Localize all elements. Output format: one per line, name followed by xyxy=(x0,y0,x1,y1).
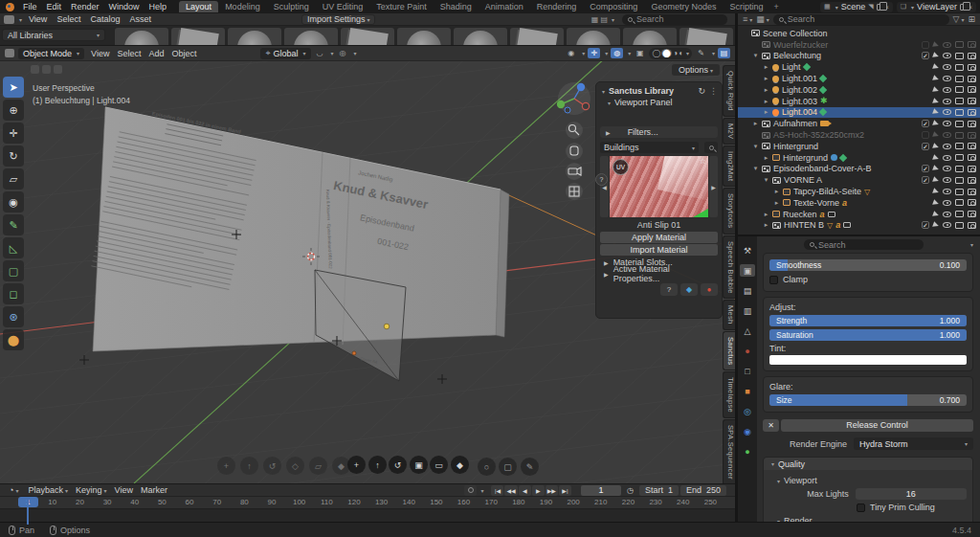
outliner-row-scene-collection[interactable]: Scene Collection xyxy=(738,28,980,39)
exclude-checkbox[interactable]: ✓ xyxy=(922,176,929,184)
expand-toggle[interactable]: ▸ xyxy=(763,75,769,82)
cancel-x-button[interactable]: ✕ xyxy=(763,419,779,432)
hide-viewport-icon[interactable] xyxy=(955,177,964,184)
menu-file[interactable]: File xyxy=(18,2,42,11)
asset-thumbnail[interactable] xyxy=(171,28,225,46)
menu-edit[interactable]: Edit xyxy=(42,2,67,11)
new-collection-icon[interactable]: ⊞ xyxy=(968,14,975,24)
tool-transform[interactable]: ◉ xyxy=(3,191,24,213)
viewport-subpanel-header[interactable]: ▾Viewport xyxy=(769,476,967,485)
tool-scale[interactable]: ▱ xyxy=(3,168,24,190)
timeline-menu-view[interactable]: View xyxy=(111,485,137,495)
add-workspace-button[interactable]: + xyxy=(769,2,782,11)
asset-thumbnail[interactable] xyxy=(115,28,168,46)
hide-viewport-icon[interactable] xyxy=(955,109,964,116)
hide-eye-icon[interactable] xyxy=(943,132,951,138)
hide-viewport-icon[interactable] xyxy=(955,143,964,149)
prev-material-arrow[interactable]: ◀ xyxy=(600,156,609,217)
timeline-menu-playback[interactable]: Playback▾ xyxy=(24,485,72,495)
hide-viewport-icon[interactable] xyxy=(955,222,964,229)
hide-viewport-icon[interactable] xyxy=(955,199,964,206)
outliner-row-hinten-b[interactable]: ▸HINTEN B▽a✓ xyxy=(738,220,980,232)
shading-solid-icon[interactable]: ⬤ xyxy=(661,49,672,57)
asset-thumbnail[interactable] xyxy=(284,28,338,46)
outliner-row-hintergrund[interactable]: ▾Hintergrund✓ xyxy=(738,141,980,152)
shading-rendered-icon[interactable]: ◐ xyxy=(679,49,683,57)
nav-float-button[interactable]: ▱ xyxy=(309,457,327,475)
hide-viewport-icon[interactable] xyxy=(955,132,964,139)
nav-float-button[interactable]: ↑ xyxy=(368,456,387,474)
workspace-tab-texture-paint[interactable]: Texture Paint xyxy=(369,1,434,12)
overlays-toggle-icon[interactable]: ◍ xyxy=(611,48,623,58)
expand-toggle[interactable]: ▸ xyxy=(763,98,769,105)
exclude-checkbox[interactable]: ✓ xyxy=(922,143,929,150)
viewport-menu-select[interactable]: Select xyxy=(113,49,145,58)
outliner-row-as-hoch-352x250cmx2[interactable]: AS-Hoch-352x250cmx2 xyxy=(738,129,980,141)
outliner-row-tapcy-bilda-seite[interactable]: ▸Tapcy-BildA-Seite▽ xyxy=(738,186,980,197)
workspace-tab-uv-editing[interactable]: UV Editing xyxy=(316,1,370,12)
hide-eye-icon[interactable] xyxy=(943,200,951,206)
asset-menu-view[interactable]: View xyxy=(24,14,52,24)
exclude-checkbox[interactable]: ✓ xyxy=(922,165,929,172)
annotate-icon[interactable]: ✎ xyxy=(695,48,707,58)
sidebar-tab-mesh[interactable]: Mesh xyxy=(723,300,735,330)
light-point-orange[interactable] xyxy=(352,351,356,355)
tool-measure[interactable]: ◺ xyxy=(3,237,24,258)
asset-menu-asset[interactable]: Asset xyxy=(124,14,156,24)
workspace-tab-rendering[interactable]: Rendering xyxy=(530,1,584,12)
expand-toggle[interactable]: ▸ xyxy=(763,154,769,162)
quality-panel-header[interactable]: ▾Quality xyxy=(764,458,972,470)
hide-render-icon[interactable] xyxy=(968,109,976,116)
exclude-checkbox[interactable]: ✓ xyxy=(922,52,929,59)
hide-render-icon[interactable] xyxy=(968,222,976,229)
cover-plane[interactable] xyxy=(93,107,501,351)
tool-move[interactable]: ✛ xyxy=(3,123,24,144)
tool-add-cube[interactable]: ◻ xyxy=(3,283,24,304)
prev-keyframe-button[interactable]: ◀◀ xyxy=(504,485,517,496)
selectable-icon[interactable] xyxy=(932,131,940,139)
hide-eye-icon[interactable] xyxy=(943,76,951,81)
sidebar-tab-m2v[interactable]: M2V xyxy=(723,118,735,145)
hide-viewport-icon[interactable] xyxy=(955,41,964,48)
tool-physics-addon[interactable]: ⊛ xyxy=(3,306,24,327)
expand-toggle[interactable]: ▸ xyxy=(773,188,780,195)
hide-viewport-icon[interactable] xyxy=(955,211,964,217)
hide-viewport-icon[interactable] xyxy=(955,98,964,104)
frame-end-field[interactable]: End 250 xyxy=(680,485,726,496)
timeline-editor-icon[interactable]: ◔▾ xyxy=(5,485,22,495)
viewport-menu-object[interactable]: Object xyxy=(167,49,200,58)
hide-viewport-icon[interactable] xyxy=(955,53,964,59)
expand-toggle[interactable]: ▾ xyxy=(752,143,759,150)
tool-add-primitive[interactable]: ▢ xyxy=(3,260,24,281)
expand-toggle[interactable]: ▸ xyxy=(763,108,769,116)
hide-render-icon[interactable] xyxy=(968,199,976,206)
material-preview[interactable]: UV ☆ xyxy=(610,156,708,217)
outliner-row-light-004[interactable]: ▸Light.004 xyxy=(738,107,980,119)
menu-help[interactable]: Help xyxy=(145,2,172,11)
expand-toggle[interactable]: ▾ xyxy=(763,176,769,184)
exclude-checkbox[interactable] xyxy=(922,131,929,139)
outliner-row-texte-vorne[interactable]: ▸Texte-Vornea xyxy=(738,197,980,209)
sanctus-help-button[interactable]: ? xyxy=(660,283,678,296)
saturation-slider[interactable]: Saturation 1.000 xyxy=(769,329,967,341)
more-icon[interactable]: ⋮ xyxy=(709,86,718,96)
hide-render-icon[interactable] xyxy=(968,98,976,104)
hide-eye-icon[interactable] xyxy=(943,121,951,126)
properties-tab-output[interactable]: ▤ xyxy=(740,284,755,297)
auto-key-button[interactable] xyxy=(464,485,477,496)
sidebar-tab-timelapse[interactable]: Timelapse xyxy=(723,371,735,418)
viewport-menu-add[interactable]: Add xyxy=(145,49,167,58)
selectable-icon[interactable] xyxy=(932,109,940,117)
play-button[interactable]: ▶ xyxy=(532,485,545,496)
hide-render-icon[interactable] xyxy=(968,211,976,217)
copy-scene-icon[interactable] xyxy=(877,4,882,11)
small-plane[interactable] xyxy=(315,270,406,381)
selectable-icon[interactable] xyxy=(932,211,940,218)
properties-tab-scene[interactable]: △ xyxy=(740,324,755,337)
sanctus-search-button[interactable] xyxy=(704,142,718,153)
menu-render[interactable]: Render xyxy=(66,2,104,11)
nav-float-button[interactable]: ▭ xyxy=(430,456,448,474)
apply-material-button[interactable]: Apply Material xyxy=(600,232,718,243)
hide-viewport-icon[interactable] xyxy=(955,154,964,161)
nav-float-button[interactable]: + xyxy=(347,456,366,474)
